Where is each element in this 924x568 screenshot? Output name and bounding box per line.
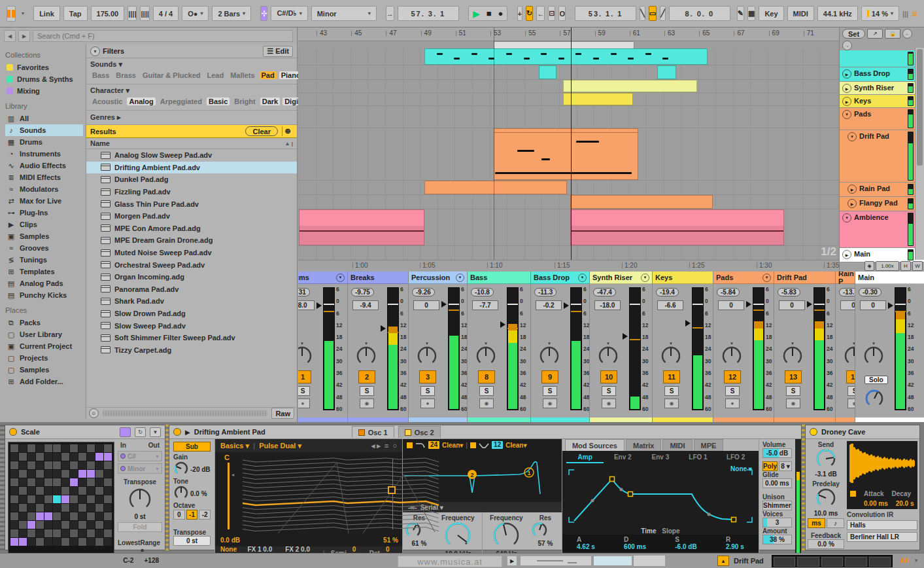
arm-button[interactable]: ◉: [847, 399, 855, 408]
scale-cell[interactable]: [19, 504, 27, 512]
browser-forward-button[interactable]: ▶: [18, 30, 30, 42]
solo-button[interactable]: S: [725, 386, 740, 396]
scale-cell[interactable]: [95, 495, 103, 503]
arrangement-lane[interactable]: 434547495153555759616365676971 1:001:051…: [298, 27, 839, 272]
ir-category-menu[interactable]: Halls: [847, 520, 917, 530]
mixer-channel-breaks[interactable]: Breaks-9.75-9.4▼60612182430364248602S◉: [348, 272, 409, 422]
scale-cell[interactable]: [104, 495, 112, 503]
mixer-channel-keys[interactable]: Keys-19.4-6.6▼606121824303642486011S◉: [653, 272, 713, 422]
scale-cell[interactable]: [95, 521, 103, 529]
sync-mode-button[interactable]: ♪: [827, 518, 844, 528]
amount-value[interactable]: 38 %: [762, 535, 792, 544]
gain-knob[interactable]: [173, 461, 189, 478]
scale-cell[interactable]: [19, 529, 27, 537]
record-button[interactable]: ●: [498, 9, 504, 18]
scale-cell[interactable]: [70, 461, 78, 469]
link-button[interactable]: Link: [33, 6, 60, 21]
volume-field[interactable]: -8.0: [298, 300, 315, 310]
scale-root-dropdown[interactable]: C#▼: [118, 451, 162, 461]
cpu-meter[interactable]: 14 %▾: [861, 6, 899, 21]
computer-midi-keyboard-button[interactable]: ▦: [747, 6, 755, 21]
clip[interactable]: [563, 93, 632, 105]
clip[interactable]: [570, 209, 784, 245]
scale-cell[interactable]: [10, 538, 18, 546]
glide-value[interactable]: 0.00 ms: [762, 478, 792, 488]
scale-cell[interactable]: [27, 470, 35, 478]
mixer-channel-drums[interactable]: Drums▼-8.31-8.0▼60612182430364248601S●: [298, 272, 348, 422]
scale-cell[interactable]: [87, 504, 95, 512]
scale-cell[interactable]: [95, 453, 103, 461]
volume-field[interactable]: 0: [840, 300, 855, 310]
channel-header[interactable]: Rain P: [836, 272, 855, 284]
back-to-arrangement-button[interactable]: ←: [536, 6, 545, 21]
filter-tag[interactable]: Lead: [205, 71, 226, 79]
track-number[interactable]: 2: [358, 370, 375, 383]
preview-headphone-icon[interactable]: ⊙: [89, 408, 99, 418]
octave-minus2-button[interactable]: -2: [199, 510, 211, 520]
scale-cell[interactable]: [78, 470, 86, 478]
scale-cell[interactable]: [36, 478, 44, 486]
map-mode-icon[interactable]: [120, 427, 131, 437]
track-lane-flangy-pad[interactable]: [298, 195, 839, 209]
lock-envelopes-icon[interactable]: 🔒: [885, 29, 900, 39]
play-button[interactable]: ▶: [473, 9, 480, 19]
scale-cell[interactable]: [104, 478, 112, 486]
track-lane-synth-riser[interactable]: [298, 80, 839, 93]
filters-edit-button[interactable]: ☰ Edit: [263, 46, 293, 57]
pan-knob[interactable]: ▼: [298, 342, 313, 368]
peak-level-display[interactable]: -8.31: [298, 288, 310, 296]
osc-gain-slider[interactable]: [228, 463, 230, 529]
pan-knob[interactable]: ▼: [598, 342, 619, 368]
scale-cell[interactable]: [10, 495, 18, 503]
env-attack-value[interactable]: 4.62 s: [577, 543, 595, 550]
peak-level-display[interactable]: -5.83: [778, 288, 800, 296]
track-number[interactable]: 9: [541, 370, 558, 383]
beat-time-ruler[interactable]: 434547495153555759616365676971: [298, 27, 839, 41]
scale-cell[interactable]: [87, 487, 95, 495]
device-activator-led[interactable]: [9, 428, 17, 436]
mixer-channel-bass-drop[interactable]: Bass Drop▼-11.3-0.2▼60612182430364248609…: [531, 272, 590, 422]
peak-level-display[interactable]: -0.30: [859, 288, 881, 296]
scale-cell[interactable]: [78, 461, 86, 469]
peak-level-display[interactable]: -10.8: [471, 288, 494, 296]
scale-mode-dropdown[interactable]: Minor▼: [118, 463, 162, 474]
tab-midi[interactable]: MIDI: [662, 439, 692, 451]
loop-view-thumbnail[interactable]: [520, 556, 592, 566]
filter-group-label[interactable]: Character ▾: [90, 86, 293, 95]
env-tab-lfo-2[interactable]: LFO 2: [717, 452, 755, 463]
fader-handle[interactable]: [500, 321, 505, 328]
scale-cell[interactable]: [61, 470, 69, 478]
scale-cell[interactable]: [78, 504, 86, 512]
fold-icon[interactable]: ▼: [842, 213, 851, 222]
mixer-channel-synth-riser[interactable]: Synth Riser▼-47.4-18.0▼60612182430364248…: [590, 272, 653, 422]
fold-icon[interactable]: ▼: [842, 110, 851, 119]
pan-knob[interactable]: ▼: [539, 342, 560, 368]
filter1-on-button[interactable]: [407, 442, 413, 448]
list-item[interactable]: Shark Pad.adv: [86, 295, 297, 308]
fader-handle[interactable]: [746, 301, 751, 308]
filter2-on-button[interactable]: [470, 442, 476, 448]
sidebar-item-plug-ins[interactable]: ⊶Plug-Ins: [5, 207, 86, 219]
draw-automation-icon[interactable]: ↗: [867, 29, 883, 39]
env-tab-env-3[interactable]: Env 3: [642, 452, 679, 463]
scale-cell[interactable]: [104, 470, 112, 478]
mixer-channel-pads[interactable]: Pads▼-5.840▼606121824303642486012S●: [713, 272, 774, 422]
scale-cell[interactable]: [27, 504, 35, 512]
set-locator-button[interactable]: Set: [842, 29, 865, 39]
predelay-value[interactable]: 10.0 ms: [808, 510, 844, 517]
scale-cell[interactable]: [10, 444, 18, 452]
unison-mode-menu[interactable]: Shimmer ▾: [762, 501, 792, 510]
scale-cell[interactable]: [36, 504, 44, 512]
mixer-channel-main[interactable]: Main-0.300▼6061218243036424860Solo: [855, 272, 924, 422]
filter-group-genres[interactable]: Genres ▸: [86, 111, 297, 125]
fader-handle[interactable]: [888, 302, 893, 309]
scale-cell[interactable]: [10, 504, 18, 512]
clip[interactable]: [424, 181, 567, 194]
filter-tag[interactable]: Pad: [260, 71, 277, 79]
scale-cell[interactable]: [78, 453, 86, 461]
scale-cell[interactable]: [95, 512, 103, 520]
monitor-button[interactable]: ●: [420, 399, 435, 408]
scale-cell[interactable]: [36, 470, 44, 478]
track-number[interactable]: 12: [724, 370, 741, 383]
tap-tempo-button[interactable]: Tap: [63, 6, 88, 21]
